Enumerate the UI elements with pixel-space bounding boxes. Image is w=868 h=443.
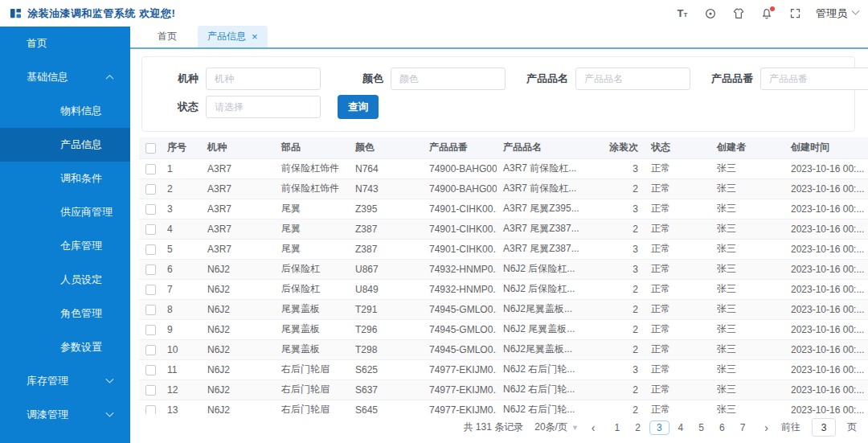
row-checkbox[interactable] <box>145 164 156 174</box>
table-cell: 右后门轮眉 <box>275 400 349 414</box>
search-input[interactable] <box>760 68 868 90</box>
tab[interactable]: 产品信息× <box>198 26 268 47</box>
chevron-up-icon <box>106 74 114 82</box>
total-records: 共 131 条记录 <box>464 420 524 434</box>
table-cell: 2 <box>579 299 645 319</box>
column-header: 创建时间 <box>784 137 868 158</box>
sidebar-item-label: 调漆管理 <box>27 408 68 422</box>
page-number-button[interactable]: 6 <box>713 421 731 434</box>
query-button[interactable]: 查询 <box>338 95 379 119</box>
close-icon[interactable]: × <box>252 31 258 42</box>
table-cell: 2023-10-16 00:... <box>784 379 868 400</box>
sidebar-item-label: 基础信息 <box>27 70 68 84</box>
row-checkbox[interactable] <box>145 325 156 335</box>
tab[interactable]: 首页 <box>148 26 186 47</box>
sidebar-item[interactable]: 人员设定 <box>0 263 130 297</box>
row-checkbox[interactable] <box>145 365 156 375</box>
table-cell: N6J2 尾翼盖板... <box>497 319 579 339</box>
table-cell: U867 <box>349 259 423 279</box>
page-size-select[interactable]: 20条/页 ▼ <box>534 420 579 434</box>
table-cell: 7 <box>161 279 201 299</box>
table-cell: 张三 <box>710 239 784 259</box>
goto-page-input[interactable] <box>812 418 836 437</box>
row-checkbox[interactable] <box>145 405 156 414</box>
table-cell: 74945-GMLO0... <box>423 339 497 359</box>
table-cell: 74977-EKIJM0... <box>423 359 497 379</box>
sidebar-item-label: 供应商管理 <box>60 205 113 219</box>
page-number-button[interactable]: 5 <box>692 421 710 434</box>
sidebar-item[interactable]: 仓库管理 <box>0 229 130 263</box>
row-checkbox[interactable] <box>145 385 156 396</box>
row-checkbox[interactable] <box>145 244 156 255</box>
page-number-button[interactable]: 4 <box>672 421 690 434</box>
row-checkbox[interactable] <box>145 184 156 195</box>
chevron-down-icon <box>106 375 114 383</box>
app-title: 涂装油漆调和监管系统 欢迎您! <box>27 6 175 21</box>
table-cell: 10 <box>161 339 201 359</box>
row-checkbox[interactable] <box>145 204 156 215</box>
table-cell: U849 <box>349 279 423 299</box>
search-input[interactable] <box>575 68 690 90</box>
table-cell: 3 <box>579 158 645 178</box>
table-cell: 尾翼 <box>275 239 349 259</box>
search-input[interactable] <box>391 68 506 90</box>
sidebar-item[interactable]: 参数设置 <box>0 330 130 364</box>
prev-page-button[interactable]: ‹ <box>590 421 597 434</box>
table-cell: 3 <box>579 199 645 219</box>
notification-bell-icon[interactable] <box>760 6 774 21</box>
table-cell: 右后门轮眉 <box>275 359 349 379</box>
row-checkbox[interactable] <box>145 285 156 295</box>
fullscreen-icon[interactable] <box>788 6 802 21</box>
table-cell: 2023-10-16 00:... <box>784 359 868 379</box>
sidebar-item[interactable]: 物料信息 <box>0 94 130 128</box>
table-cell: 正常 <box>645 400 710 414</box>
sidebar-item[interactable]: 供应商管理 <box>0 195 130 229</box>
sidebar-item-label: 角色管理 <box>60 306 102 321</box>
table-cell: 正常 <box>645 239 710 259</box>
table-cell: T298 <box>349 339 423 359</box>
help-icon[interactable] <box>703 6 718 21</box>
table-cell: S625 <box>349 359 423 379</box>
row-checkbox[interactable] <box>145 305 156 315</box>
user-menu[interactable]: 管理员 <box>816 6 858 21</box>
table-row: 10N6J2尾翼盖板T29874945-GMLO0...N6J2尾翼盖板...2… <box>139 339 868 359</box>
theme-icon[interactable] <box>731 6 746 21</box>
table-cell: 张三 <box>710 219 784 239</box>
table-cell: 张三 <box>710 199 784 219</box>
table-cell: 尾翼盖板 <box>275 299 349 319</box>
row-checkbox[interactable] <box>145 345 156 355</box>
main-layout: 首页基础信息物料信息产品信息调和条件供应商管理仓库管理人员设定角色管理参数设置库… <box>0 27 868 443</box>
sidebar-menu: 首页基础信息物料信息产品信息调和条件供应商管理仓库管理人员设定角色管理参数设置库… <box>0 27 130 432</box>
search-input[interactable] <box>206 68 321 90</box>
sidebar-item[interactable]: 首页 <box>0 27 130 60</box>
page-number-button[interactable]: 2 <box>628 421 647 434</box>
table-cell: 3 <box>579 239 645 259</box>
font-size-icon[interactable]: TT <box>675 6 690 21</box>
page-number-button[interactable]: 3 <box>649 420 669 435</box>
table-cell: N743 <box>349 178 423 199</box>
next-page-button[interactable]: › <box>763 421 770 434</box>
table-cell: N6J2 <box>201 379 275 400</box>
sidebar-item[interactable]: 调和条件 <box>0 162 130 195</box>
status-select[interactable]: 请选择 <box>206 96 321 118</box>
table-cell: N6J2 <box>201 319 275 339</box>
sidebar-item[interactable]: 角色管理 <box>0 297 130 330</box>
row-checkbox[interactable] <box>145 265 156 275</box>
sidebar-item[interactable]: 库存管理 <box>0 364 130 398</box>
sidebar-item[interactable]: 调漆管理 <box>0 398 130 432</box>
table-cell: 74977-EKIJM0... <box>423 379 497 400</box>
table-cell: N764 <box>349 158 423 178</box>
table-cell: A3R7 <box>201 178 275 199</box>
sidebar-item[interactable]: 基础信息 <box>0 60 130 94</box>
table-cell: 8 <box>161 299 201 319</box>
table-cell: 正常 <box>645 178 710 199</box>
sidebar-item-label: 库存管理 <box>27 374 68 388</box>
select-all-checkbox[interactable] <box>145 143 156 154</box>
page-number-button[interactable]: 7 <box>734 421 752 434</box>
field-label: 机种 <box>142 72 206 86</box>
sidebar-item[interactable]: 产品信息 <box>0 128 130 162</box>
row-checkbox[interactable] <box>145 224 156 235</box>
table-cell: 张三 <box>710 319 784 339</box>
sidebar-item-label: 调和条件 <box>60 171 102 186</box>
page-number-button[interactable]: 1 <box>608 421 627 434</box>
